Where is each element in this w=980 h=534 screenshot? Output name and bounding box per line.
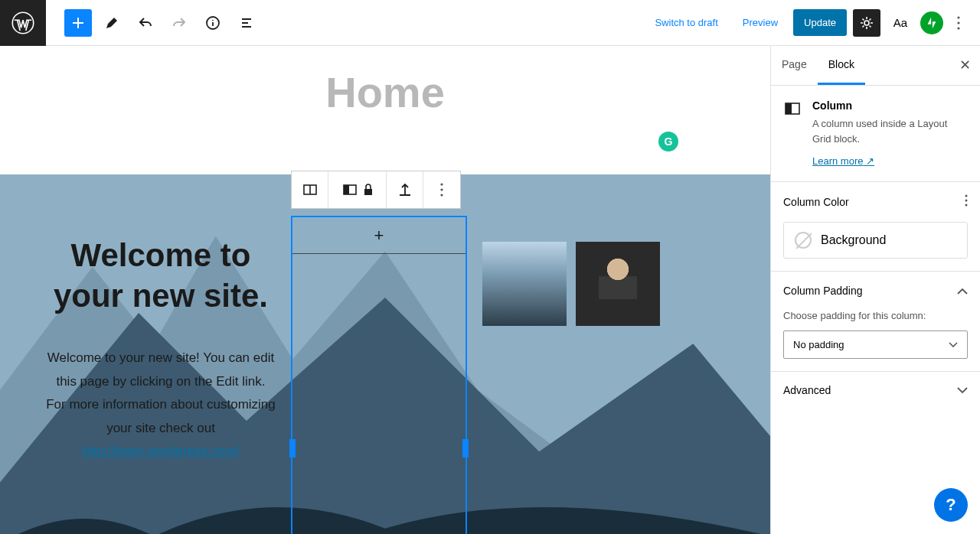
column-padding-section: Column Padding Choose padding for this c… [771,272,980,372]
column-color-section: Column Color Background [771,182,980,272]
column-padding-title: Column Padding [783,285,863,297]
main-area: Home G Welcome to your new site. Welcome… [0,46,980,534]
column-color-title: Column Color [783,196,849,208]
align-top-icon [397,181,413,198]
no-color-swatch-icon [795,232,812,249]
block-description: A column used inside a Layout Grid block… [812,116,968,146]
lock-icon [363,184,374,196]
close-sidebar-button[interactable]: ✕ [959,57,971,73]
more-options-button[interactable] [949,9,968,37]
svg-point-11 [440,183,443,185]
resize-handle-right[interactable] [462,439,469,457]
svg-point-13 [440,194,443,196]
svg-point-18 [965,204,968,207]
image-thumbnail-1[interactable] [482,242,567,326]
svg-rect-15 [786,103,792,114]
column-block-icon [783,99,802,118]
settings-sidebar: Page Block ✕ Column A column used inside… [770,46,980,534]
chevron-up-icon [957,288,968,295]
svg-point-2 [864,21,869,25]
column-icon [341,181,358,198]
outline-button[interactable] [233,9,260,37]
external-link-icon: ↗ [866,155,874,167]
help-fab-button[interactable]: ? [934,488,968,522]
padding-help-text: Choose padding for this column: [783,310,968,321]
tab-page[interactable]: Page [771,46,818,85]
grammarly-badge[interactable]: G [658,132,678,151]
svg-point-3 [957,16,959,18]
selected-column[interactable]: + [291,174,467,534]
advanced-title: Advanced [783,384,831,396]
dots-vertical-icon [440,183,443,197]
dots-vertical-icon [957,16,960,30]
welcome-paragraph[interactable]: Welcome to your new site! You can edit t… [46,347,276,464]
svg-rect-10 [364,189,372,195]
redo-button [165,9,193,37]
svg-point-16 [965,195,968,197]
editor-canvas[interactable]: Home G Welcome to your new site. Welcome… [0,46,770,534]
undo-button[interactable] [132,9,159,37]
padding-collapse-button[interactable] [957,284,968,298]
info-icon [205,15,220,31]
svg-point-0 [12,12,34,34]
color-options-button[interactable] [965,194,968,210]
add-block-inside-button[interactable]: + [292,217,466,254]
page-title[interactable]: Home [0,46,770,140]
svg-point-4 [957,21,959,24]
background-color-button[interactable]: Background [783,222,968,259]
advanced-section-toggle[interactable]: Advanced [771,372,980,409]
plus-icon [70,15,86,31]
align-button[interactable] [387,171,423,208]
gear-icon [859,15,874,31]
dots-vertical-icon [965,194,968,207]
welcome-heading[interactable]: Welcome to your new site. [46,236,276,316]
pencil-icon [104,15,119,31]
column-selection-outline[interactable]: + [291,216,467,534]
svg-point-12 [440,188,443,190]
svg-point-17 [965,200,968,202]
wordpress-icon [11,11,34,34]
learn-wp-link[interactable]: http://learn.wordpress.com/ [82,444,239,458]
svg-point-5 [957,27,959,29]
tab-block[interactable]: Block [818,46,865,85]
column-lock-button[interactable] [328,171,387,208]
list-icon [239,15,254,31]
redo-icon [172,15,187,31]
welcome-column[interactable]: Welcome to your new site. Welcome to you… [46,174,276,534]
info-button[interactable] [199,9,227,37]
learn-more-link[interactable]: Learn more ↗ [812,155,874,167]
switch-to-draft-button[interactable]: Switch to draft [645,11,727,34]
jetpack-icon [925,16,939,30]
grid-icon [302,181,318,198]
add-block-button[interactable] [64,9,92,37]
svg-rect-9 [344,185,349,194]
block-type-button[interactable] [292,171,328,208]
undo-icon [138,15,153,31]
resize-handle-left[interactable] [289,439,296,457]
chevron-down-icon [949,342,958,347]
typography-button[interactable]: Aa [887,9,914,37]
update-button[interactable]: Update [793,9,847,36]
wordpress-logo[interactable] [0,0,46,46]
images-column[interactable] [482,174,681,534]
block-info-panel: Column A column used inside a Layout Gri… [771,86,980,182]
settings-button[interactable] [853,9,880,37]
topbar-right: Switch to draft Preview Update Aa [645,9,980,37]
topbar-left [0,0,260,45]
block-toolbar [291,171,461,209]
padding-select[interactable]: No padding [783,330,968,359]
block-more-button[interactable] [423,171,460,208]
editor-topbar: Switch to draft Preview Update Aa [0,0,980,46]
image-thumbnail-2[interactable] [576,242,660,326]
preview-button[interactable]: Preview [733,11,787,34]
sidebar-tabs: Page Block ✕ [771,46,980,86]
tools-button[interactable] [98,9,126,37]
chevron-down-icon [957,387,968,393]
jetpack-button[interactable] [920,11,943,34]
block-name: Column [812,99,968,112]
hero-content: Welcome to your new site. Welcome to you… [0,174,556,534]
padding-value: No padding [793,339,844,350]
background-label: Background [821,233,886,247]
